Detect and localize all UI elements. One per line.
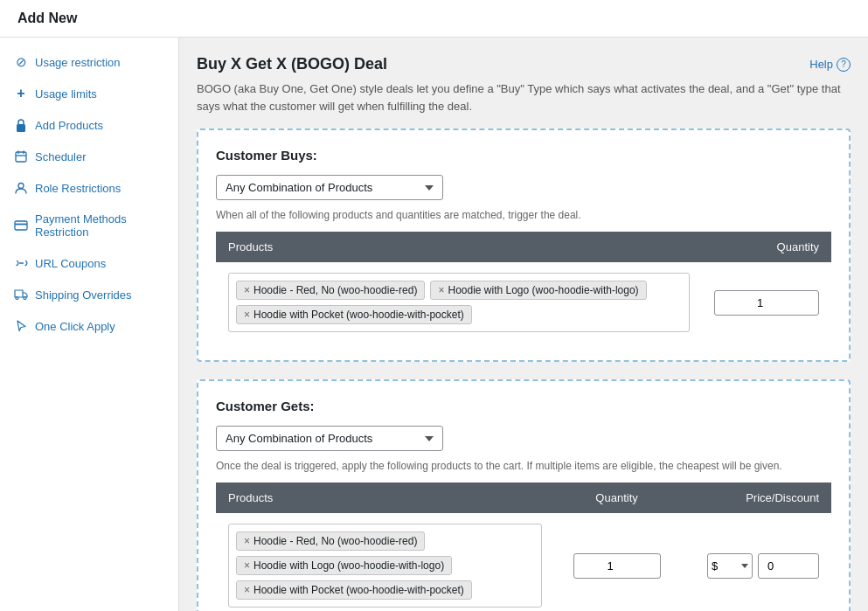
customer-buys-select[interactable]: Any Combination of Products Specific Pro… (216, 175, 443, 200)
customer-gets-table: Products Quantity Price/Discount × (216, 483, 831, 611)
user-icon (14, 181, 28, 195)
creditcard-icon (14, 219, 28, 233)
sidebar-item-add-products[interactable]: Add Products (0, 109, 178, 141)
col-quantity-header: Quantity (554, 483, 679, 513)
help-icon: ? (837, 58, 851, 72)
sidebar-item-label: Scheduler (35, 150, 87, 163)
tags-container[interactable]: × Hoodie - Red, No (woo-hoodie-red) × Ho… (228, 524, 542, 608)
tag-remove-icon[interactable]: × (244, 535, 250, 547)
restriction-icon: ⊘ (14, 55, 28, 69)
quantity-input[interactable] (573, 553, 661, 579)
tags-container[interactable]: × Hoodie - Red, No (woo-hoodie-red) × Ho… (228, 273, 690, 332)
tag-label: Hoodie - Red, No (woo-hoodie-red) (253, 284, 417, 296)
svg-point-9 (24, 297, 26, 300)
sidebar-item-payment-methods[interactable]: Payment Methods Restriction (0, 204, 178, 247)
tag-remove-icon[interactable]: × (244, 284, 250, 296)
sidebar-item-url-coupons[interactable]: URL Coupons (0, 247, 178, 279)
main-content: Buy X Get X (BOGO) Deal Help ? BOGO (aka… (179, 38, 868, 611)
sidebar-item-scheduler[interactable]: Scheduler (0, 141, 178, 172)
quantity-cell (702, 262, 831, 343)
section-header: Buy X Get X (BOGO) Deal Help ? (197, 55, 851, 73)
help-label: Help (809, 58, 833, 71)
top-header: Add New (0, 0, 868, 38)
link-icon (14, 256, 28, 270)
tag-remove-icon[interactable]: × (244, 559, 250, 572)
tag-remove-icon[interactable]: × (244, 584, 250, 596)
sidebar-item-label: Usage limits (35, 87, 97, 101)
sidebar-item-label: Role Restrictions (35, 182, 121, 195)
col-products-header: Products (216, 232, 702, 262)
sidebar-item-label: One Click Apply (35, 320, 115, 333)
quantity-cell (554, 513, 679, 611)
svg-rect-6 (15, 221, 27, 230)
sidebar-item-shipping-overrides[interactable]: Shipping Overrides (0, 279, 178, 310)
products-cell: × Hoodie - Red, No (woo-hoodie-red) × Ho… (216, 513, 554, 611)
customer-gets-dropdown-row: Any Combination of Products Specific Pro… (216, 426, 831, 451)
sidebar: ⊘ Usage restriction + Usage limits Add P… (0, 38, 179, 611)
truck-icon (14, 288, 28, 302)
tag-item: × Hoodie with Pocket (woo-hoodie-with-po… (236, 580, 472, 600)
sidebar-item-label: URL Coupons (35, 257, 106, 270)
col-quantity-header: Quantity (702, 232, 831, 262)
customer-gets-select[interactable]: Any Combination of Products Specific Pro… (216, 426, 443, 451)
page-title: Add New (17, 10, 851, 26)
sidebar-item-label: Add Products (35, 119, 103, 132)
tag-remove-icon[interactable]: × (438, 284, 444, 296)
products-cell: × Hoodie - Red, No (woo-hoodie-red) × Ho… (216, 262, 702, 343)
tag-item: × Hoodie - Red, No (woo-hoodie-red) (236, 531, 425, 551)
col-products-header: Products (216, 483, 554, 513)
section-description: BOGO (aka Buy One, Get One) style deals … (197, 80, 851, 115)
svg-point-8 (16, 297, 18, 300)
tag-item: × Hoodie with Pocket (woo-hoodie-with-po… (236, 305, 472, 324)
sidebar-item-usage-limits[interactable]: + Usage limits (0, 78, 178, 109)
tag-label: Hoodie - Red, No (woo-hoodie-red) (253, 535, 417, 547)
price-discount-cell: $ € £ % (679, 513, 831, 611)
quantity-input[interactable] (714, 290, 819, 316)
customer-gets-label: Customer Gets: (216, 399, 831, 413)
tag-label: Hoodie with Logo (woo-hoodie-with-logo) (253, 559, 444, 572)
tag-remove-icon[interactable]: × (244, 309, 250, 321)
page-wrapper: Add New ⊘ Usage restriction + Usage limi… (0, 0, 868, 611)
section-title: Buy X Get X (BOGO) Deal (197, 55, 387, 73)
customer-buys-dropdown-row: Any Combination of Products Specific Pro… (216, 175, 831, 200)
sidebar-item-one-click-apply[interactable]: One Click Apply (0, 310, 178, 342)
table-row: × Hoodie - Red, No (woo-hoodie-red) × Ho… (216, 513, 831, 611)
calendar-icon (14, 149, 28, 163)
price-discount-container: $ € £ % (691, 553, 819, 579)
sidebar-item-usage-restriction[interactable]: ⊘ Usage restriction (0, 46, 178, 78)
svg-rect-1 (16, 152, 26, 162)
help-link[interactable]: Help ? (809, 58, 851, 72)
customer-buys-trigger-desc: When all of the following products and q… (216, 209, 831, 221)
tag-label: Hoodie with Logo (woo-hoodie-with-logo) (448, 284, 638, 296)
tag-label: Hoodie with Pocket (woo-hoodie-with-pock… (253, 584, 464, 596)
tag-label: Hoodie with Pocket (woo-hoodie-with-pock… (253, 309, 464, 321)
customer-buys-box: Customer Buys: Any Combination of Produc… (197, 128, 851, 362)
sidebar-item-label: Payment Methods Restriction (35, 212, 164, 239)
lock-icon (14, 118, 28, 132)
svg-rect-0 (17, 124, 25, 132)
pointer-icon (14, 319, 28, 333)
customer-buys-table: Products Quantity × Hoodie - Red, No (wo… (216, 232, 831, 343)
sidebar-item-label: Shipping Overrides (35, 288, 132, 302)
content-area: ⊘ Usage restriction + Usage limits Add P… (0, 38, 868, 611)
tag-item: × Hoodie with Logo (woo-hoodie-with-logo… (236, 556, 452, 575)
customer-gets-trigger-desc: Once the deal is triggered, apply the fo… (216, 460, 831, 472)
svg-point-5 (18, 184, 24, 189)
currency-select[interactable]: $ € £ % (707, 553, 753, 579)
discount-input[interactable] (758, 553, 819, 579)
tag-item: × Hoodie - Red, No (woo-hoodie-red) (236, 281, 425, 300)
table-row: × Hoodie - Red, No (woo-hoodie-red) × Ho… (216, 262, 831, 343)
customer-gets-box: Customer Gets: Any Combination of Produc… (197, 379, 851, 611)
customer-buys-label: Customer Buys: (216, 148, 831, 163)
col-price-discount-header: Price/Discount (679, 483, 831, 513)
plus-icon: + (14, 87, 28, 101)
tag-item: × Hoodie with Logo (woo-hoodie-with-logo… (430, 281, 646, 300)
sidebar-item-label: Usage restriction (35, 56, 121, 69)
sidebar-item-role-restrictions[interactable]: Role Restrictions (0, 172, 178, 204)
